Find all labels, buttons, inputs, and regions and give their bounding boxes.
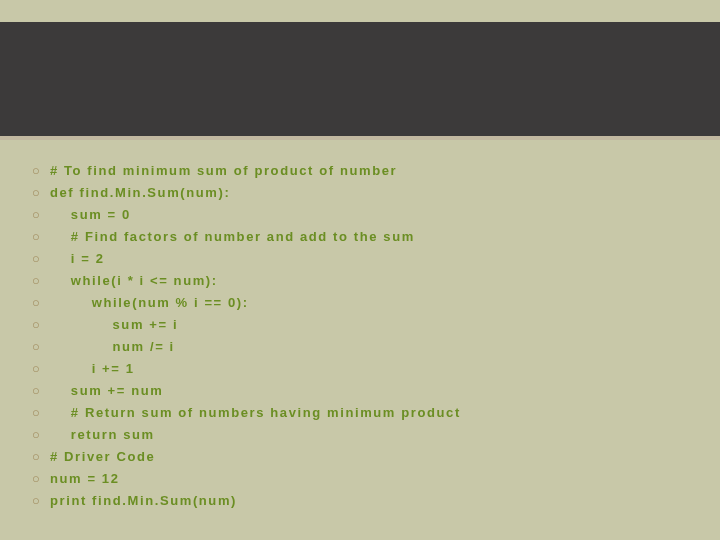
code-line: ○ sum += i bbox=[32, 316, 692, 334]
code-text: # Driver Code bbox=[50, 448, 155, 466]
bullet-icon: ○ bbox=[32, 228, 50, 246]
code-line: ○ i += 1 bbox=[32, 360, 692, 378]
code-line: ○ i = 2 bbox=[32, 250, 692, 268]
bullet-icon: ○ bbox=[32, 250, 50, 268]
code-line: ○ # Return sum of numbers having minimum… bbox=[32, 404, 692, 422]
code-line: ○ return sum bbox=[32, 426, 692, 444]
bullet-icon: ○ bbox=[32, 294, 50, 312]
code-text: # Find factors of number and add to the … bbox=[50, 228, 415, 246]
code-line: ○ # To find minimum sum of product of nu… bbox=[32, 162, 692, 180]
code-line: ○ sum += num bbox=[32, 382, 692, 400]
bullet-icon: ○ bbox=[32, 316, 50, 334]
code-text: sum = 0 bbox=[50, 206, 131, 224]
code-text: i = 2 bbox=[50, 250, 105, 268]
code-text: sum += num bbox=[50, 382, 163, 400]
code-text: while(num % i == 0): bbox=[50, 294, 249, 312]
bullet-icon: ○ bbox=[32, 382, 50, 400]
code-line: ○ num = 12 bbox=[32, 470, 692, 488]
bullet-icon: ○ bbox=[32, 404, 50, 422]
bullet-icon: ○ bbox=[32, 426, 50, 444]
code-text: def find.Min.Sum(num): bbox=[50, 184, 230, 202]
bullet-icon: ○ bbox=[32, 470, 50, 488]
code-line: ○ sum = 0 bbox=[32, 206, 692, 224]
code-text: print find.Min.Sum(num) bbox=[50, 492, 237, 510]
code-text: num /= i bbox=[50, 338, 175, 356]
code-block: ○ # To find minimum sum of product of nu… bbox=[32, 162, 692, 514]
code-text: # To find minimum sum of product of numb… bbox=[50, 162, 397, 180]
bullet-icon: ○ bbox=[32, 492, 50, 510]
code-line: ○ # Find factors of number and add to th… bbox=[32, 228, 692, 246]
bullet-icon: ○ bbox=[32, 184, 50, 202]
code-line: ○ print find.Min.Sum(num) bbox=[32, 492, 692, 510]
bullet-icon: ○ bbox=[32, 338, 50, 356]
code-line: ○ num /= i bbox=[32, 338, 692, 356]
bullet-icon: ○ bbox=[32, 360, 50, 378]
code-text: num = 12 bbox=[50, 470, 120, 488]
code-text: while(i * i <= num): bbox=[50, 272, 218, 290]
code-line: ○ # Driver Code bbox=[32, 448, 692, 466]
header-band bbox=[0, 22, 720, 140]
code-line: ○ while(num % i == 0): bbox=[32, 294, 692, 312]
code-text: sum += i bbox=[50, 316, 178, 334]
code-line: ○ def find.Min.Sum(num): bbox=[32, 184, 692, 202]
bullet-icon: ○ bbox=[32, 448, 50, 466]
code-text: i += 1 bbox=[50, 360, 135, 378]
bullet-icon: ○ bbox=[32, 272, 50, 290]
code-text: return sum bbox=[50, 426, 155, 444]
bullet-icon: ○ bbox=[32, 206, 50, 224]
code-line: ○ while(i * i <= num): bbox=[32, 272, 692, 290]
bullet-icon: ○ bbox=[32, 162, 50, 180]
code-text: # Return sum of numbers having minimum p… bbox=[50, 404, 461, 422]
